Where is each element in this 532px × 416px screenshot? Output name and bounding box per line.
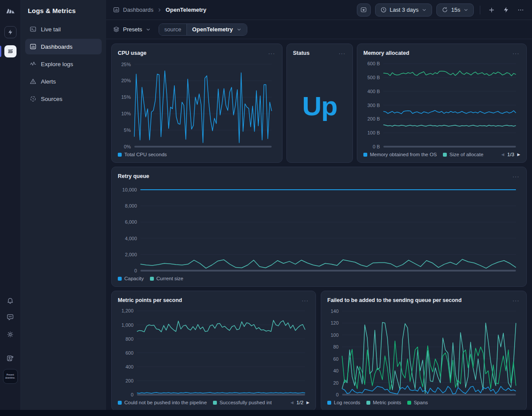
legend-item[interactable]: Total CPU seconds bbox=[118, 152, 167, 157]
legend-item[interactable]: Spans bbox=[407, 400, 428, 405]
svg-text:200: 200 bbox=[126, 378, 133, 383]
legend-next-icon[interactable]: ▶ bbox=[306, 400, 309, 405]
theme-icon[interactable] bbox=[7, 331, 14, 338]
retry-queue-chart[interactable]: 02,0004,0006,0008,00010,000 bbox=[118, 181, 520, 273]
metric-points-chart[interactable]: 02004006008001,0001,200 bbox=[118, 305, 309, 397]
svg-text:60: 60 bbox=[333, 356, 339, 362]
legend-pager: ◀ 1/3 ▶ bbox=[501, 152, 520, 157]
legend-label: Spans bbox=[414, 400, 428, 405]
chevron-down-icon bbox=[463, 7, 469, 13]
legend-prev-icon[interactable]: ◀ bbox=[290, 400, 293, 405]
svg-text:20: 20 bbox=[333, 380, 339, 386]
panel-menu-icon[interactable]: ··· bbox=[267, 50, 276, 57]
legend-prev-icon[interactable]: ◀ bbox=[501, 152, 504, 157]
svg-text:10,000: 10,000 bbox=[122, 187, 137, 192]
svg-text:200 B: 200 B bbox=[367, 116, 380, 121]
presentation-mode-button[interactable] bbox=[357, 3, 371, 17]
legend-swatch-icon bbox=[327, 401, 331, 405]
legend-item[interactable]: Capacity bbox=[118, 276, 144, 281]
flash-icon[interactable] bbox=[4, 26, 17, 38]
sidebar-item-alerts[interactable]: Alerts bbox=[25, 74, 102, 89]
svg-text:400: 400 bbox=[126, 364, 133, 369]
refresh-icon bbox=[442, 7, 448, 13]
sidebar-item-explore-logs[interactable]: Explore logs bbox=[25, 56, 102, 72]
presets-button[interactable]: Presets bbox=[113, 26, 151, 33]
legend-swatch-icon bbox=[366, 401, 370, 405]
legend-swatch-icon bbox=[118, 153, 122, 157]
memory-allocated-chart[interactable]: 0 B100 B200 B300 B400 B500 B600 B bbox=[363, 58, 520, 149]
page-background-strip bbox=[0, 410, 532, 416]
cpu-usage-chart[interactable]: 0%5%10%15%20%25% bbox=[118, 58, 276, 149]
status-value: Up bbox=[302, 91, 337, 121]
legend-next-icon[interactable]: ▶ bbox=[517, 152, 520, 157]
legend-swatch-icon bbox=[363, 153, 367, 157]
panel-menu-icon[interactable]: ··· bbox=[512, 297, 520, 304]
legend-swatch-icon bbox=[118, 401, 122, 405]
legend-label: Capacity bbox=[124, 276, 144, 281]
dashboard-grid: CPU usage ··· 0%5%10%15%20%25% Total CPU… bbox=[106, 39, 532, 410]
feedback-icon[interactable] bbox=[7, 314, 14, 321]
sidebar-item-label: Explore logs bbox=[41, 61, 73, 67]
panel-failed-sending-queue: Failed to be added to the sending queue … bbox=[321, 291, 527, 410]
legend-item[interactable]: Successfully pushed int bbox=[213, 400, 272, 405]
source-filter-chip[interactable]: source OpenTelemetry bbox=[159, 23, 247, 36]
chevron-down-icon bbox=[422, 7, 427, 13]
flash-query-icon[interactable] bbox=[501, 5, 511, 15]
sidebar-item-label: Sources bbox=[41, 96, 63, 102]
presentation-icon bbox=[360, 7, 367, 13]
logs-stream-icon[interactable] bbox=[4, 45, 17, 57]
legend: Log recordsMetric pointsSpans bbox=[327, 400, 428, 405]
panel-status: Status ··· Up bbox=[286, 44, 353, 163]
svg-text:2,000: 2,000 bbox=[125, 252, 137, 257]
refresh-interval-button[interactable]: 15s bbox=[436, 3, 474, 17]
svg-text:0: 0 bbox=[134, 268, 137, 273]
svg-text:25%: 25% bbox=[121, 62, 131, 67]
axiom-logo-icon[interactable] bbox=[5, 5, 16, 17]
dashed-circle-icon bbox=[30, 95, 37, 102]
legend: CapacityCurrent size bbox=[118, 276, 183, 281]
svg-text:0: 0 bbox=[336, 392, 339, 397]
main-area: Dashboards OpenTelemetry bbox=[106, 0, 532, 410]
panel-menu-icon[interactable]: ··· bbox=[301, 297, 309, 304]
failed-queue-chart[interactable]: 020406080100120140 bbox=[327, 305, 520, 397]
time-range-label: Last 3 days bbox=[390, 7, 419, 13]
legend-item[interactable]: Metric points bbox=[366, 400, 401, 405]
breadcrumb-root[interactable]: Dashboards bbox=[123, 7, 153, 13]
invite-user-icon[interactable] bbox=[7, 355, 14, 362]
legend-label: Current size bbox=[156, 276, 183, 281]
notifications-icon[interactable] bbox=[7, 297, 14, 304]
panel-title: Metric points per second bbox=[118, 297, 182, 303]
legend: Could not be pushed into the pipelineSuc… bbox=[118, 400, 272, 405]
svg-text:140: 140 bbox=[331, 309, 339, 314]
legend-item[interactable]: Log records bbox=[327, 400, 360, 405]
time-range-button[interactable]: Last 3 days bbox=[375, 3, 432, 17]
add-panel-icon[interactable] bbox=[486, 5, 497, 15]
warning-triangle-icon bbox=[30, 78, 37, 85]
legend-item[interactable]: Could not be pushed into the pipeline bbox=[118, 400, 207, 405]
terminal-icon bbox=[30, 26, 37, 33]
panel-title: Failed to be added to the sending queue … bbox=[327, 297, 462, 303]
legend-item[interactable]: Size of allocate bbox=[443, 152, 483, 157]
svg-text:10%: 10% bbox=[121, 111, 131, 116]
svg-text:4,000: 4,000 bbox=[125, 236, 137, 241]
panel-menu-icon[interactable]: ··· bbox=[512, 50, 520, 57]
panel-metric-points: Metric points per second ··· 02004006008… bbox=[111, 291, 316, 410]
panel-title: Memory allocated bbox=[363, 50, 409, 56]
svg-text:800: 800 bbox=[126, 336, 133, 342]
legend-item[interactable]: Memory obtained from the OS bbox=[363, 152, 437, 157]
legend-label: Log records bbox=[334, 400, 360, 405]
legend-swatch-icon bbox=[443, 153, 447, 157]
prevent-downtime-badge[interactable]: Prevent downtime. bbox=[3, 369, 18, 384]
sidebar-item-dashboards[interactable]: Dashboards bbox=[25, 39, 102, 54]
panel-menu-icon[interactable]: ··· bbox=[338, 50, 346, 57]
sidebar-item-sources[interactable]: Sources bbox=[25, 91, 102, 107]
legend-label: Size of allocate bbox=[449, 152, 483, 157]
legend-item[interactable]: Current size bbox=[150, 276, 183, 281]
svg-text:1,000: 1,000 bbox=[121, 322, 133, 328]
legend-label: Could not be pushed into the pipeline bbox=[124, 400, 207, 405]
legend: Memory obtained from the OSSize of alloc… bbox=[363, 152, 483, 157]
panel-menu-icon[interactable]: ··· bbox=[512, 173, 520, 180]
svg-text:600 B: 600 B bbox=[367, 61, 380, 66]
more-menu-icon[interactable] bbox=[515, 5, 526, 15]
sidebar-item-live-tail[interactable]: Live tail bbox=[25, 21, 102, 37]
